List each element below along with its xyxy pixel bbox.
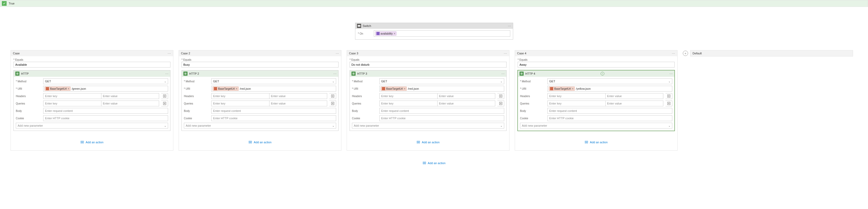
token-base-target-url[interactable]: BaseTargetUrl× (44, 86, 71, 91)
query-value-input[interactable]: Enter value (438, 101, 496, 106)
body-input[interactable]: Enter request content (43, 108, 168, 114)
method-label: * Method (16, 80, 41, 83)
http-body: * Method GET⌄ * URI BaseTargetUrl× /red.… (182, 77, 338, 131)
method-label: * Method (352, 80, 377, 83)
http-icon (520, 72, 524, 76)
uri-input[interactable]: BaseTargetUrl× /red.json (211, 86, 336, 92)
case-header[interactable]: Case 2 ··· (179, 50, 341, 56)
add-action-case[interactable]: Add an action (349, 140, 506, 144)
header-key-input[interactable]: Enter key (379, 93, 438, 99)
add-case-button[interactable]: + (683, 51, 688, 56)
http-header[interactable]: HTTP 2 ··· (182, 71, 338, 77)
method-value: GET (549, 80, 555, 83)
add-parameter-select[interactable]: Add new parameter⌄ (16, 123, 168, 129)
http-menu-button[interactable]: ··· (165, 72, 168, 75)
case-menu-button[interactable]: ··· (336, 52, 339, 55)
cookie-input[interactable]: Enter HTTP cookie (379, 115, 504, 121)
queries-add-button[interactable] (161, 101, 168, 106)
switch-header[interactable]: Switch ··· (355, 23, 513, 29)
header-key-input[interactable]: Enter key (211, 93, 270, 99)
query-value-input[interactable]: Enter value (270, 101, 328, 106)
header-key-input[interactable]: Enter key (548, 93, 606, 99)
cookie-input[interactable]: Enter HTTP cookie (211, 115, 336, 121)
switch-menu-button[interactable]: ··· (508, 24, 511, 27)
headers-add-button[interactable] (497, 93, 504, 99)
http-menu-button[interactable]: ··· (670, 72, 673, 75)
token-base-target-url[interactable]: BaseTargetUrl× (213, 86, 239, 91)
equals-input[interactable] (349, 62, 506, 68)
token-remove-button[interactable]: × (394, 32, 395, 35)
query-key-input[interactable]: Enter key (379, 101, 438, 106)
headers-add-button[interactable] (329, 93, 336, 99)
case-header[interactable]: Case 4 ··· (515, 50, 677, 56)
token-remove-button[interactable]: × (572, 87, 574, 90)
token-remove-button[interactable]: × (68, 87, 69, 90)
add-parameter-select[interactable]: Add new parameter⌄ (352, 123, 504, 129)
case-menu-button[interactable]: ··· (672, 52, 675, 55)
http-header[interactable]: HTTP 4 i ··· (518, 71, 674, 77)
body-input[interactable]: Enter request content (211, 108, 336, 114)
switch-card[interactable]: Switch ··· * On availability × (355, 23, 513, 40)
query-value-input[interactable]: Enter value (101, 101, 159, 106)
http-menu-button[interactable]: ··· (502, 72, 505, 75)
query-key-input[interactable]: Enter key (43, 101, 101, 106)
headers-add-button[interactable] (665, 93, 672, 99)
queries-add-button[interactable] (665, 101, 672, 106)
uri-input[interactable]: BaseTargetUrl× /yellow.json (548, 86, 672, 92)
equals-input[interactable] (13, 62, 170, 68)
method-select[interactable]: GET⌄ (548, 78, 672, 84)
http-menu-button[interactable]: ··· (334, 72, 337, 75)
add-parameter-select[interactable]: Add new parameter⌄ (520, 123, 672, 129)
headers-add-button[interactable] (161, 93, 168, 99)
http-header[interactable]: HTTP ··· (14, 71, 170, 77)
queries-add-button[interactable] (497, 101, 504, 106)
token-base-target-url[interactable]: BaseTargetUrl× (549, 86, 575, 91)
case-header[interactable]: Case ··· (11, 50, 173, 56)
add-parameter-label: Add new parameter (186, 124, 211, 127)
method-value: GET (45, 80, 51, 83)
info-icon[interactable]: i (600, 72, 604, 76)
default-header[interactable]: Default (690, 50, 853, 56)
token-remove-button[interactable]: × (236, 87, 237, 90)
method-label: * Method (184, 80, 209, 83)
add-parameter-label: Add new parameter (522, 124, 547, 127)
http-body: * Method GET⌄ * URI BaseTargetUrl× /gree… (14, 77, 170, 131)
case-menu-button[interactable]: ··· (168, 52, 171, 55)
add-action-bottom[interactable]: Add an action (423, 161, 445, 165)
query-key-input[interactable]: Enter key (548, 101, 606, 106)
method-select[interactable]: GET⌄ (43, 78, 168, 84)
condition-true-branch-header[interactable]: True (0, 0, 868, 7)
uri-input[interactable]: BaseTargetUrl× /red.json (379, 86, 504, 92)
header-value-input[interactable]: Enter value (101, 93, 159, 99)
case-menu-button[interactable]: ··· (504, 52, 507, 55)
add-action-case[interactable]: Add an action (518, 140, 675, 144)
equals-input[interactable] (518, 62, 675, 68)
svg-rect-8 (81, 141, 84, 142)
add-parameter-select[interactable]: Add new parameter⌄ (184, 123, 336, 129)
method-select[interactable]: GET⌄ (211, 78, 336, 84)
cookie-input[interactable]: Enter HTTP cookie (548, 115, 672, 121)
header-value-input[interactable]: Enter value (438, 93, 496, 99)
uri-input[interactable]: BaseTargetUrl× /green.json (43, 86, 168, 92)
token-base-target-url[interactable]: BaseTargetUrl× (381, 86, 407, 91)
query-value-input[interactable]: Enter value (606, 101, 663, 106)
body-input[interactable]: Enter request content (548, 108, 672, 114)
queries-add-button[interactable] (329, 101, 336, 106)
case-title: Case (13, 52, 20, 55)
equals-input[interactable] (182, 62, 339, 68)
header-key-input[interactable]: Enter key (43, 93, 101, 99)
header-value-input[interactable]: Enter value (270, 93, 328, 99)
query-key-input[interactable]: Enter key (211, 101, 270, 106)
token-label: BaseTargetUrl (554, 87, 571, 90)
cookie-input[interactable]: Enter HTTP cookie (43, 115, 168, 121)
case-header[interactable]: Case 3 ··· (347, 50, 509, 56)
body-input[interactable]: Enter request content (379, 108, 504, 114)
header-value-input[interactable]: Enter value (606, 93, 663, 99)
token-remove-button[interactable]: × (404, 87, 405, 90)
http-header[interactable]: HTTP 3 ··· (350, 71, 506, 77)
switch-on-input[interactable]: availability × (374, 30, 510, 37)
add-action-case[interactable]: Add an action (13, 140, 170, 144)
token-availability[interactable]: availability × (375, 31, 397, 36)
add-action-case[interactable]: Add an action (182, 140, 339, 144)
method-select[interactable]: GET⌄ (379, 78, 504, 84)
